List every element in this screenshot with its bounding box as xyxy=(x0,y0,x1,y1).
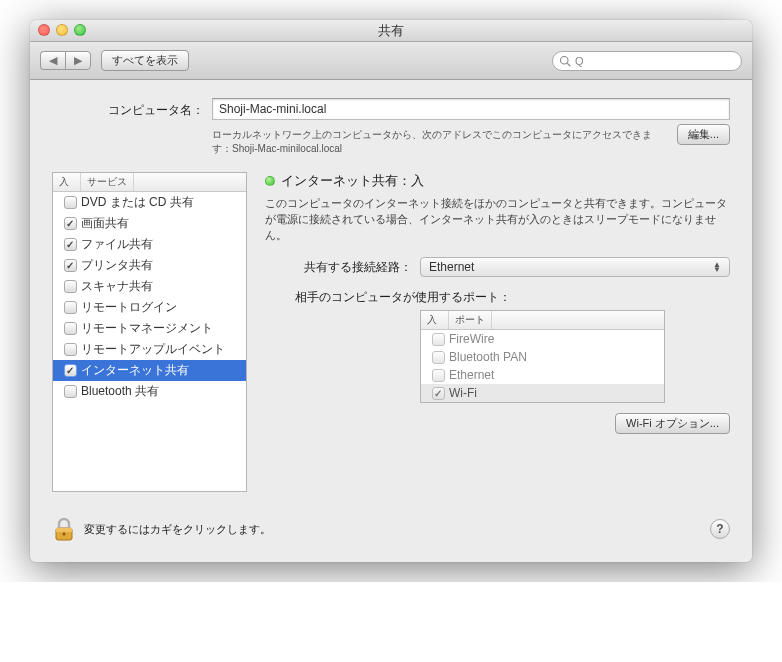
service-checkbox[interactable] xyxy=(64,385,77,398)
back-button[interactable]: ◀ xyxy=(40,51,65,70)
service-label: リモートマネージメント xyxy=(81,320,213,337)
toolbar: ◀ ▶ すべてを表示 Q xyxy=(30,42,752,80)
status-text: インターネット共有：入 xyxy=(281,172,424,190)
service-row[interactable]: Bluetooth 共有 xyxy=(53,381,246,402)
svg-point-0 xyxy=(561,56,569,64)
service-checkbox[interactable] xyxy=(64,322,77,335)
computer-name-label: コンピュータ名： xyxy=(52,98,212,119)
edit-button[interactable]: 編集... xyxy=(677,124,730,145)
minimize-icon[interactable] xyxy=(56,24,68,36)
service-label: プリンタ共有 xyxy=(81,257,153,274)
computer-name-field[interactable] xyxy=(212,98,730,120)
svg-rect-3 xyxy=(56,528,72,532)
ports-list: 入 ポート FireWireBluetooth PANEthernetWi-Fi xyxy=(420,310,665,403)
service-row[interactable]: 画面共有 xyxy=(53,213,246,234)
computer-name-desc: ローカルネットワーク上のコンピュータから、次のアドレスでこのコンピュータにアクセ… xyxy=(212,128,669,156)
search-icon xyxy=(559,55,571,67)
svg-point-4 xyxy=(63,533,66,536)
port-checkbox[interactable] xyxy=(432,333,445,346)
ports-hdr-port: ポート xyxy=(449,311,492,329)
service-label: スキャナ共有 xyxy=(81,278,153,295)
service-checkbox[interactable] xyxy=(64,343,77,356)
lock-icon[interactable] xyxy=(52,516,76,542)
service-checkbox[interactable] xyxy=(64,301,77,314)
wifi-options-button[interactable]: Wi-Fi オプション... xyxy=(615,413,730,434)
svg-line-1 xyxy=(567,63,570,66)
service-checkbox[interactable] xyxy=(64,238,77,251)
port-label: Bluetooth PAN xyxy=(449,350,527,364)
service-row[interactable]: リモートマネージメント xyxy=(53,318,246,339)
service-checkbox[interactable] xyxy=(64,280,77,293)
port-row[interactable]: FireWire xyxy=(421,330,664,348)
service-label: リモートログイン xyxy=(81,299,177,316)
port-checkbox[interactable] xyxy=(432,387,445,400)
service-label: Bluetooth 共有 xyxy=(81,383,159,400)
close-icon[interactable] xyxy=(38,24,50,36)
services-hdr-on: 入 xyxy=(53,173,81,191)
service-row[interactable]: ファイル共有 xyxy=(53,234,246,255)
ports-hdr-on: 入 xyxy=(421,311,449,329)
service-label: DVD または CD 共有 xyxy=(81,194,194,211)
window-title: 共有 xyxy=(378,23,404,38)
service-row[interactable]: DVD または CD 共有 xyxy=(53,192,246,213)
status-led-icon xyxy=(265,176,275,186)
service-checkbox[interactable] xyxy=(64,364,77,377)
lock-text: 変更するにはカギをクリックします。 xyxy=(84,522,271,537)
zoom-icon[interactable] xyxy=(74,24,86,36)
service-checkbox[interactable] xyxy=(64,217,77,230)
services-list: 入 サービス DVD または CD 共有画面共有ファイル共有プリンタ共有スキャナ… xyxy=(52,172,247,492)
ports-label: 相手のコンピュータが使用するポート： xyxy=(265,289,519,306)
service-row[interactable]: インターネット共有 xyxy=(53,360,246,381)
share-from-label: 共有する接続経路： xyxy=(265,259,420,276)
port-row[interactable]: Wi-Fi xyxy=(421,384,664,402)
service-label: ファイル共有 xyxy=(81,236,153,253)
service-label: インターネット共有 xyxy=(81,362,189,379)
search-input[interactable]: Q xyxy=(552,51,742,71)
port-row[interactable]: Bluetooth PAN xyxy=(421,348,664,366)
port-label: FireWire xyxy=(449,332,494,346)
port-row[interactable]: Ethernet xyxy=(421,366,664,384)
service-row[interactable]: リモートアップルイベント xyxy=(53,339,246,360)
port-checkbox[interactable] xyxy=(432,351,445,364)
forward-button[interactable]: ▶ xyxy=(65,51,91,70)
show-all-button[interactable]: すべてを表示 xyxy=(101,50,189,71)
titlebar: 共有 xyxy=(30,20,752,42)
service-label: 画面共有 xyxy=(81,215,129,232)
service-row[interactable]: スキャナ共有 xyxy=(53,276,246,297)
status-desc: このコンピュータのインターネット接続をほかのコンピュータと共有できます。コンピュ… xyxy=(265,196,730,243)
services-hdr-service: サービス xyxy=(81,173,134,191)
service-checkbox[interactable] xyxy=(64,196,77,209)
port-checkbox[interactable] xyxy=(432,369,445,382)
port-label: Ethernet xyxy=(449,368,494,382)
select-arrows-icon: ▲▼ xyxy=(713,262,721,273)
help-button[interactable]: ? xyxy=(710,519,730,539)
service-row[interactable]: リモートログイン xyxy=(53,297,246,318)
share-from-select[interactable]: Ethernet ▲▼ xyxy=(420,257,730,277)
service-row[interactable]: プリンタ共有 xyxy=(53,255,246,276)
service-label: リモートアップルイベント xyxy=(81,341,225,358)
service-checkbox[interactable] xyxy=(64,259,77,272)
port-label: Wi-Fi xyxy=(449,386,477,400)
